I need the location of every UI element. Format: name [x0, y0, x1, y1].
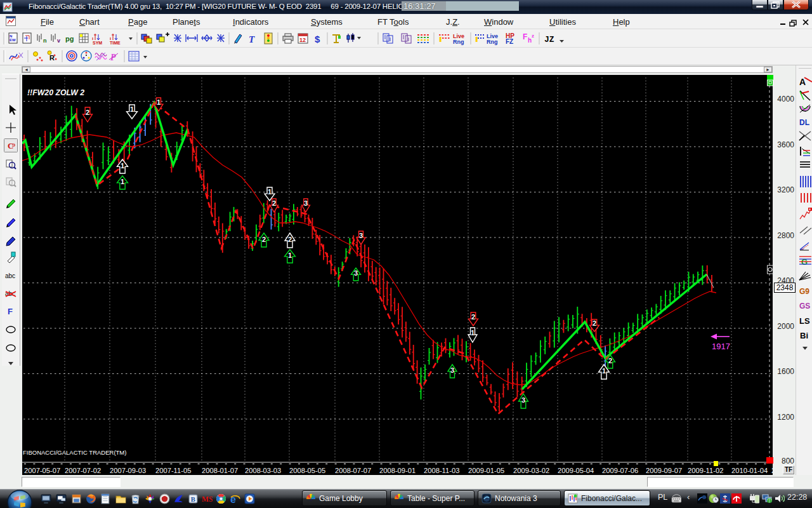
svg-text:z: z	[532, 33, 534, 39]
svg-text:JZ: JZ	[544, 35, 554, 44]
svg-text:2: 2	[608, 357, 612, 364]
svg-text:2009-07-06: 2009-07-06	[602, 467, 638, 474]
svg-text:pg: pg	[65, 35, 74, 43]
svg-text:Rng: Rng	[487, 39, 498, 45]
svg-text:2009-01-05: 2009-01-05	[468, 467, 504, 474]
svg-text:MS: MS	[202, 495, 213, 504]
svg-text:1: 1	[268, 188, 272, 196]
svg-text:FZ: FZ	[506, 38, 513, 45]
svg-text:1: 1	[471, 329, 475, 337]
svg-text:1: 1	[121, 178, 124, 185]
svg-text:2008-09-01: 2008-09-01	[379, 467, 416, 474]
svg-text:abc: abc	[5, 272, 15, 279]
svg-text:P: P	[110, 53, 116, 62]
svg-text:F: F	[8, 307, 13, 316]
svg-text:1: 1	[157, 98, 160, 106]
svg-text:n: n	[43, 37, 47, 44]
svg-text:$: $	[315, 34, 320, 44]
svg-text:12: 12	[299, 37, 306, 43]
svg-text:LS: LS	[799, 316, 810, 326]
svg-text:DL: DL	[799, 118, 809, 127]
svg-text:GS: GS	[799, 302, 810, 311]
svg-text:T: T	[249, 34, 255, 44]
svg-text:2: 2	[471, 313, 475, 321]
svg-text:2010-01-04: 2010-01-04	[731, 467, 768, 474]
svg-text:2009-03-02: 2009-03-02	[513, 467, 549, 474]
svg-text:2: 2	[288, 236, 292, 243]
svg-text:2: 2	[593, 319, 596, 327]
svg-text:2007-05-07: 2007-05-07	[24, 467, 60, 474]
svg-text:3: 3	[450, 366, 454, 374]
svg-text:2009-11-02: 2009-11-02	[688, 467, 723, 474]
svg-text:1917: 1917	[712, 342, 730, 351]
svg-text:3: 3	[304, 199, 308, 207]
svg-text:v: v	[57, 37, 60, 44]
svg-text:Rng: Rng	[453, 39, 464, 45]
svg-text:F: F	[523, 32, 527, 41]
svg-text:1: 1	[121, 162, 124, 170]
svg-text:3: 3	[359, 232, 363, 239]
svg-text:FIBONACCI/GALACTIC TRADER(TM): FIBONACCI/GALACTIC TRADER(TM)	[23, 449, 126, 456]
svg-text:SYM: SYM	[93, 41, 102, 45]
svg-text:2: 2	[272, 199, 276, 207]
svg-text:2009-05-04: 2009-05-04	[558, 467, 594, 474]
svg-text:1: 1	[602, 367, 606, 375]
svg-text:2008-01-07: 2008-01-07	[202, 467, 238, 474]
svg-text:2: 2	[262, 236, 266, 243]
svg-text:2007-07-02: 2007-07-02	[65, 467, 101, 474]
svg-text:2008-11-03: 2008-11-03	[424, 467, 459, 474]
svg-text:G9: G9	[799, 287, 809, 296]
svg-text:2009-09-07: 2009-09-07	[646, 467, 682, 474]
svg-text:1: 1	[288, 251, 292, 259]
svg-text:2: 2	[771, 467, 774, 474]
svg-text:2008-05-05: 2008-05-05	[289, 467, 325, 474]
svg-text:Bi: Bi	[800, 331, 808, 340]
svg-text:!!FW20 ZOLW 2: !!FW20 ZOLW 2	[27, 88, 84, 97]
svg-text:EW: EW	[10, 38, 16, 42]
svg-text:2007-09-03: 2007-09-03	[110, 467, 146, 474]
svg-text:3: 3	[521, 396, 525, 404]
svg-text:2007-11-05: 2007-11-05	[155, 467, 191, 474]
svg-text:TIME: TIME	[110, 41, 121, 45]
svg-text:2008-07-07: 2008-07-07	[335, 467, 371, 474]
svg-text:2: 2	[86, 109, 89, 116]
svg-text:B: B	[191, 496, 195, 503]
svg-text:3: 3	[354, 269, 358, 277]
svg-text:2008-03-03: 2008-03-03	[245, 467, 281, 474]
svg-text:1: 1	[130, 105, 134, 113]
